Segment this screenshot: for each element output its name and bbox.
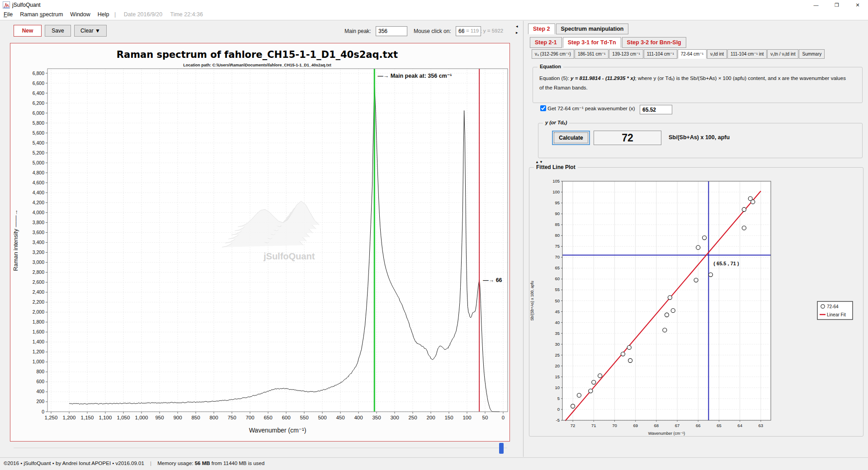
svg-text:5,400: 5,400 xyxy=(33,140,44,146)
svg-text:Sb/(Sb+As) x 100, apfu: Sb/(Sb+As) x 100, apfu xyxy=(530,281,534,320)
clear-dropdown-button[interactable]: Clear ▼ xyxy=(74,25,107,37)
result-group-title: y (or Tdₓ) xyxy=(543,120,569,125)
tab-step-3-2-for-bnn-slg[interactable]: Step 3-2 for Bnn-Slg xyxy=(622,37,686,48)
window-title: jSulfoQuant xyxy=(12,2,41,8)
svg-text:1,200: 1,200 xyxy=(33,349,44,354)
tab-312-296-cm[interactable]: ν₄ (312-296 cm⁻¹) xyxy=(532,49,574,59)
svg-text:4,600: 4,600 xyxy=(33,180,44,185)
svg-text:5: 5 xyxy=(557,396,560,401)
svg-text:69: 69 xyxy=(633,423,638,428)
svg-text:80: 80 xyxy=(555,233,560,238)
svg-text:5,600: 5,600 xyxy=(33,130,44,136)
title-bar: jSulfoQuant — ❐ ✕ xyxy=(0,0,868,10)
svg-text:25: 25 xyxy=(555,352,560,357)
svg-text:100: 100 xyxy=(462,415,471,420)
equation-group-title: Equation xyxy=(538,64,563,69)
tab-spectrum-manipulation[interactable]: Spectrum manipulation xyxy=(556,24,629,34)
svg-text:200: 200 xyxy=(426,415,435,420)
status-memory-suffix: from 11440 MB is used xyxy=(212,461,264,466)
panel-splitter[interactable] xyxy=(523,21,524,457)
get-peak-checkbox[interactable] xyxy=(540,105,546,111)
calculate-button[interactable]: Calculate xyxy=(552,131,590,145)
maximize-button[interactable]: ❐ xyxy=(826,0,847,10)
svg-text:0: 0 xyxy=(502,415,505,420)
svg-text:2,200: 2,200 xyxy=(33,299,44,305)
svg-text:35: 35 xyxy=(555,331,560,336)
menu-item-raman-spectrum[interactable]: Raman spectrum xyxy=(16,10,66,18)
tab-186-161-cm[interactable]: 186-161 cm⁻¹ xyxy=(575,49,609,59)
tab-td-int[interactable]: ν₁td int xyxy=(707,49,727,59)
svg-text:Location path: C:\Users\Raman\: Location path: C:\Users\Raman\Documents\… xyxy=(183,63,331,67)
svg-text:650: 650 xyxy=(264,415,272,420)
svg-text:72-64: 72-64 xyxy=(827,304,839,309)
tab-139-123-cm[interactable]: 139-123 cm⁻¹ xyxy=(609,49,643,59)
svg-text:Linear Fit: Linear Fit xyxy=(827,312,846,317)
menu-items: FileRaman spectrumWindowHelp xyxy=(0,11,113,18)
svg-text:67: 67 xyxy=(675,423,680,428)
menu-item-help[interactable]: Help xyxy=(94,10,113,18)
result-groupbox: y (or Tdₓ) Calculate 72 Sb/(Sb+As) x 100… xyxy=(538,123,863,158)
svg-text:Wavenumber (cm⁻¹): Wavenumber (cm⁻¹) xyxy=(648,431,685,436)
svg-text:4,800: 4,800 xyxy=(33,170,44,175)
svg-text:600: 600 xyxy=(36,379,44,384)
svg-text:150: 150 xyxy=(444,415,453,420)
status-separator: | xyxy=(150,461,151,466)
tab-111-104-cm-int[interactable]: 111-104 cm⁻¹ int xyxy=(727,49,767,59)
svg-text:600: 600 xyxy=(282,415,290,420)
equation-formula: y = 811.9814 - (11.2935 * x) xyxy=(571,75,635,81)
tab-summary[interactable]: Summary xyxy=(799,49,825,59)
raman-spectrum-chart[interactable]: 1,2501,2001,1501,1001,0501,0009509008508… xyxy=(10,43,509,441)
peak-wavenumber-input[interactable] xyxy=(640,105,672,114)
svg-text:900: 900 xyxy=(173,415,182,420)
svg-text:Raman intensity ——→: Raman intensity ——→ xyxy=(12,210,19,271)
new-button[interactable]: New xyxy=(14,25,42,37)
svg-text:2,600: 2,600 xyxy=(33,279,44,285)
close-button[interactable]: ✕ xyxy=(847,0,868,10)
fitted-line-plot-chart[interactable]: 72717069686766656463-5051015202530354045… xyxy=(527,168,867,438)
svg-text:—→ 66: —→ 66 xyxy=(483,277,502,283)
svg-text:250: 250 xyxy=(408,415,417,420)
minimize-button[interactable]: — xyxy=(806,0,826,10)
tab-111-104-cm[interactable]: 111-104 cm⁻¹ xyxy=(644,49,677,59)
svg-text:3,800: 3,800 xyxy=(33,220,44,225)
svg-text:55: 55 xyxy=(555,287,560,292)
result-value: 72 xyxy=(594,131,661,145)
svg-text:500: 500 xyxy=(318,415,326,420)
main-peak-input[interactable] xyxy=(376,26,407,36)
status-copyright: ©2016 • jSulfoQuant • by Andrei Ionut AP… xyxy=(4,461,144,466)
horizontal-scrollbar-track[interactable] xyxy=(14,448,507,449)
tab-step-2[interactable]: Step 2 xyxy=(528,24,555,34)
svg-text:75: 75 xyxy=(555,244,560,249)
splitter-up-down-icon[interactable]: ▲▼ xyxy=(535,160,543,164)
tab-step-2-1[interactable]: Step 2-1 xyxy=(530,37,562,48)
app-icon xyxy=(3,1,10,9)
svg-text:2,000: 2,000 xyxy=(33,309,44,315)
cursor-coords-text: x = 119 ; y = 5922 xyxy=(462,28,503,33)
tab-tn-td-int[interactable]: ν₁tn / ν₁td int xyxy=(767,49,798,59)
svg-text:1,000: 1,000 xyxy=(135,415,148,420)
band-tabs-row: ν₄ (312-296 cm⁻¹)186-161 cm⁻¹139-123 cm⁻… xyxy=(532,49,825,59)
svg-text:4,200: 4,200 xyxy=(33,200,44,205)
svg-text:1,000: 1,000 xyxy=(33,359,44,364)
svg-text:1,200: 1,200 xyxy=(63,415,76,420)
equation-text: Equation (5): y = 811.9814 - (11.2935 * … xyxy=(539,74,851,93)
horizontal-scrollbar-handle[interactable] xyxy=(499,443,504,454)
svg-text:—→ Main peak at: 356 cm⁻¹: —→ Main peak at: 356 cm⁻¹ xyxy=(377,73,452,79)
save-button[interactable]: Save xyxy=(45,25,71,37)
splitter-collapse-left-icon[interactable]: ◂ xyxy=(516,24,518,28)
svg-text:6,200: 6,200 xyxy=(33,100,44,106)
splitter-collapse-right-icon[interactable]: ▸ xyxy=(516,30,518,35)
svg-text:Wavenumber (cm⁻¹): Wavenumber (cm⁻¹) xyxy=(249,427,307,434)
svg-text:3,000: 3,000 xyxy=(33,259,44,265)
svg-text:-5: -5 xyxy=(556,418,560,423)
menu-item-file[interactable]: File xyxy=(0,10,16,18)
tab-72-64-cm[interactable]: 72-64 cm⁻¹ xyxy=(678,49,707,59)
svg-text:Raman spectrum of fahlore_CH15: Raman spectrum of fahlore_CH15-1-1_D1_40… xyxy=(117,49,398,60)
svg-text:( 65.5 , 71 ): ( 65.5 , 71 ) xyxy=(713,261,739,266)
svg-text:0: 0 xyxy=(557,407,560,412)
svg-text:50: 50 xyxy=(482,415,488,420)
svg-text:105: 105 xyxy=(552,179,560,183)
menu-item-window[interactable]: Window xyxy=(66,10,94,18)
svg-text:200: 200 xyxy=(36,399,44,404)
tab-step-3-1-for-td-tn[interactable]: Step 3-1 for Td-Tn xyxy=(563,37,621,48)
